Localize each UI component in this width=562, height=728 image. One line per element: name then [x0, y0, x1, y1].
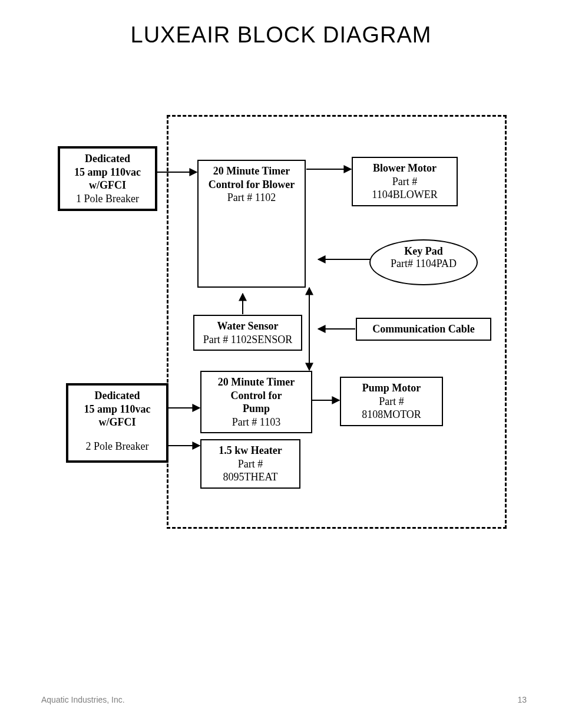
label: 20 Minute Timer	[206, 375, 306, 389]
label: Part# 1104PAD	[371, 258, 477, 270]
label: Blower Motor	[358, 162, 452, 175]
label: 1.5 kw Heater	[206, 444, 295, 457]
footer-page-num: 13	[517, 695, 527, 704]
label: Control for	[206, 389, 306, 403]
label: 8108MOTOR	[346, 408, 437, 421]
footer-company: Aquatic Industries, Inc.	[41, 695, 125, 704]
label: 15 amp 110vac	[73, 403, 161, 416]
label: Control for Blower	[203, 178, 300, 192]
block-keypad: Key Pad Part# 1104PAD	[369, 239, 478, 285]
label: Communication Cable	[362, 322, 485, 336]
label: 1 Pole Breaker	[65, 192, 150, 206]
label: Dedicated	[65, 152, 150, 166]
label: 8095THEAT	[206, 470, 295, 484]
label: Pump Motor	[346, 381, 437, 395]
label: Part #	[346, 395, 437, 409]
label: 15 amp 110vac	[65, 166, 150, 179]
label: Water Sensor	[199, 319, 296, 333]
block-timer-pump: 20 Minute Timer Control for Pump Part # …	[200, 371, 312, 433]
label: Part #	[206, 457, 295, 471]
label: Pump	[206, 402, 306, 416]
label: 1104BLOWER	[358, 188, 452, 202]
block-heater: 1.5 kw Heater Part # 8095THEAT	[200, 439, 300, 489]
block-pump-motor: Pump Motor Part # 8108MOTOR	[340, 377, 443, 426]
label: Part # 1103	[206, 416, 306, 429]
label: Part # 1102	[203, 191, 300, 205]
label: Part #	[358, 175, 452, 189]
diagram-title: LUXEAIR BLOCK DIAGRAM	[0, 22, 562, 48]
label: Part # 1102SENSOR	[199, 333, 296, 347]
page: LUXEAIR BLOCK DIAGRAM Dedicated 15 amp 1…	[0, 0, 562, 728]
block-communication-cable: Communication Cable	[356, 318, 491, 341]
system-enclosure-left	[167, 115, 168, 525]
block-dedicated-breaker-1: Dedicated 15 amp 110vac w/GFCI 1 Pole Br…	[58, 146, 157, 211]
label: Key Pad	[371, 245, 477, 258]
block-timer-blower: 20 Minute Timer Control for Blower Part …	[197, 160, 306, 288]
label: w/GFCI	[65, 179, 150, 192]
label: 20 Minute Timer	[203, 164, 300, 178]
label: 2 Pole Breaker	[73, 440, 161, 453]
label: w/GFCI	[73, 416, 161, 429]
block-dedicated-breaker-2: Dedicated 15 amp 110vac w/GFCI 2 Pole Br…	[66, 383, 168, 463]
block-blower-motor: Blower Motor Part # 1104BLOWER	[352, 157, 458, 206]
block-water-sensor: Water Sensor Part # 1102SENSOR	[193, 315, 302, 351]
label: Dedicated	[73, 389, 161, 403]
